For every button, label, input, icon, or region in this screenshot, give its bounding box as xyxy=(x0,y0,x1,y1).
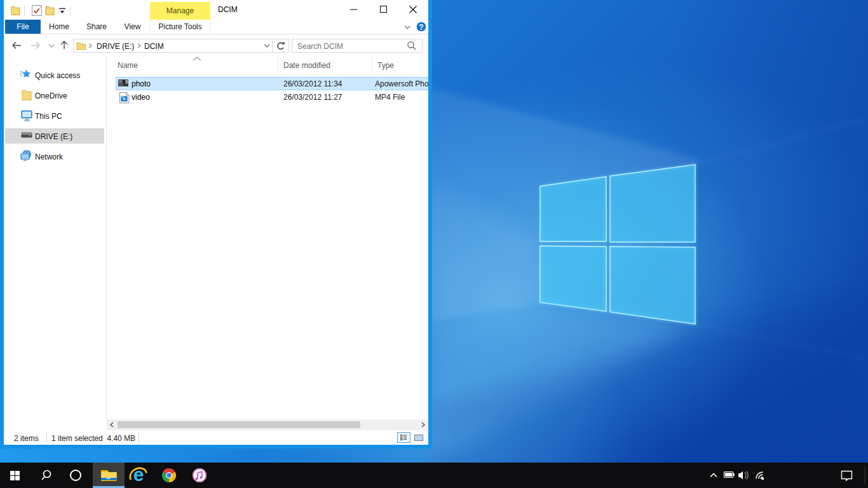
svg-text:e: e xyxy=(133,464,144,485)
svg-text:?: ? xyxy=(419,23,423,32)
